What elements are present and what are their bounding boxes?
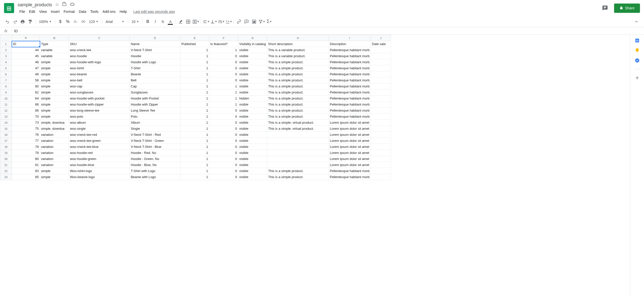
cell-C21[interactable]: woo-hoodie-blue (69, 162, 130, 168)
cell-A20[interactable]: 80 (12, 156, 40, 162)
cell-C20[interactable]: woo-hoodie-green (69, 156, 130, 162)
menu-file[interactable]: File (18, 9, 27, 15)
cell-B15[interactable]: simple, downloa (40, 126, 69, 132)
cell-J21[interactable] (371, 162, 391, 168)
cell-G5[interactable]: visible (238, 65, 267, 71)
column-header-E[interactable]: E (180, 35, 209, 41)
cell-B5[interactable]: simple (40, 65, 69, 71)
menu-data[interactable]: Data (77, 9, 88, 15)
row-header-11[interactable]: 11 (0, 102, 12, 108)
column-header-D[interactable]: D (130, 35, 180, 41)
cell-G12[interactable]: visible (238, 108, 267, 114)
cell-G21[interactable]: visible (238, 162, 267, 168)
cell-J12[interactable] (371, 108, 391, 114)
cell-B16[interactable]: variation (40, 132, 69, 138)
cell-A1[interactable]: ID (12, 41, 40, 47)
increase-decimal-button[interactable]: .00 (79, 18, 87, 25)
cell-I23[interactable]: Pellentesque habitant morb (329, 174, 371, 180)
cell-B19[interactable]: variation (40, 150, 69, 156)
row-header-12[interactable]: 12 (0, 108, 12, 114)
cell-D7[interactable]: Belt (130, 77, 180, 83)
cell-C12[interactable]: woo-long-sleeve-tee (69, 108, 130, 114)
cell-D5[interactable]: T-Shirt (130, 65, 180, 71)
cell-E23[interactable]: 1 (180, 174, 209, 180)
star-icon[interactable]: ☆ (55, 2, 59, 8)
cell-E12[interactable]: 1 (180, 108, 209, 114)
cell-H21[interactable] (267, 162, 329, 168)
cell-E20[interactable]: 1 (180, 156, 209, 162)
cell-F14[interactable]: 0 (209, 120, 238, 126)
cell-A7[interactable]: 58 (12, 77, 40, 83)
cell-H1[interactable]: Short description (267, 41, 329, 47)
cell-A6[interactable]: 48 (12, 71, 40, 77)
menu-format[interactable]: Format (62, 9, 76, 15)
cell-I21[interactable]: Lorem ipsum dolor sit amet (329, 162, 371, 168)
horizontal-align-button[interactable]: ▼ (203, 18, 210, 25)
cell-A13[interactable]: 70 (12, 114, 40, 120)
document-title[interactable]: sample_products (18, 2, 52, 8)
menu-insert[interactable]: Insert (49, 9, 61, 15)
cell-F6[interactable]: 0 (209, 71, 238, 77)
cell-E4[interactable]: 1 (180, 59, 209, 65)
keep-icon[interactable] (635, 48, 640, 53)
cell-I16[interactable]: Lorem ipsum dolor sit amet (329, 132, 371, 138)
redo-button[interactable] (12, 18, 19, 25)
row-header-19[interactable]: 19 (0, 150, 12, 156)
cell-H10[interactable]: This is a simple product. (267, 95, 329, 102)
cell-D17[interactable]: V-Neck T-Shirt - Green (130, 138, 180, 144)
cell-I19[interactable]: Lorem ipsum dolor sit amet (329, 150, 371, 156)
cell-D18[interactable]: V-Neck T-Shirt - Blue (130, 144, 180, 150)
cell-H18[interactable] (267, 144, 329, 150)
cell-I18[interactable]: Lorem ipsum dolor sit amet (329, 144, 371, 150)
cell-D19[interactable]: Hoodie - Red, No (130, 150, 180, 156)
cell-E5[interactable]: 1 (180, 65, 209, 71)
cell-A19[interactable]: 79 (12, 150, 40, 156)
functions-button[interactable]: Σ▼ (266, 18, 273, 25)
column-header-F[interactable]: F (209, 35, 238, 41)
cell-G17[interactable]: visible (238, 138, 267, 144)
cell-C10[interactable]: woo-hoodie-with-pocket (69, 95, 130, 102)
cell-D23[interactable]: Beanie with Logo (130, 174, 180, 180)
cell-F18[interactable]: 0 (209, 144, 238, 150)
cell-E10[interactable]: 1 (180, 95, 209, 102)
cell-G8[interactable]: visible (238, 83, 267, 89)
cell-D6[interactable]: Beanie (130, 71, 180, 77)
menu-view[interactable]: View (37, 9, 49, 15)
cell-H12[interactable]: This is a simple product. (267, 108, 329, 114)
row-header-2[interactable]: 2 (0, 47, 12, 53)
cell-J4[interactable] (371, 59, 391, 65)
cell-J22[interactable] (371, 168, 391, 174)
cell-E21[interactable]: 1 (180, 162, 209, 168)
cell-D15[interactable]: Single (130, 126, 180, 132)
cell-A4[interactable]: 46 (12, 59, 40, 65)
row-header-15[interactable]: 15 (0, 126, 12, 132)
cell-I9[interactable]: Pellentesque habitant morb (329, 89, 371, 95)
cell-C1[interactable]: SKU (69, 41, 130, 47)
cell-H22[interactable]: This is a simple product. (267, 168, 329, 174)
cell-A15[interactable]: 75 (12, 126, 40, 132)
cell-H15[interactable]: This is a simple, virtual product. (267, 126, 329, 132)
row-header-20[interactable]: 20 (0, 156, 12, 162)
cell-H11[interactable]: This is a simple product. (267, 102, 329, 108)
cell-F23[interactable]: 0 (209, 174, 238, 180)
cell-A9[interactable]: 62 (12, 89, 40, 95)
row-header-8[interactable]: 8 (0, 83, 12, 89)
cell-C4[interactable]: woo-hoodie-with-logo (69, 59, 130, 65)
cell-C16[interactable]: woo-vneck-tee-red (69, 132, 130, 138)
row-header-3[interactable]: 3 (0, 53, 12, 59)
cell-C13[interactable]: woo-polo (69, 114, 130, 120)
cell-D3[interactable]: Hoodie (130, 53, 180, 59)
cell-G7[interactable]: visible (238, 77, 267, 83)
cell-J14[interactable] (371, 120, 391, 126)
cell-B4[interactable]: simple (40, 59, 69, 65)
cell-H7[interactable]: This is a simple product. (267, 77, 329, 83)
cell-G15[interactable]: visible (238, 126, 267, 132)
row-header-23[interactable]: 23 (0, 174, 12, 180)
cell-H3[interactable]: This is a variable product. (267, 53, 329, 59)
row-header-9[interactable]: 9 (0, 89, 12, 95)
merge-cells-button[interactable]: ▼ (192, 18, 199, 25)
cell-D9[interactable]: Sunglasses (130, 89, 180, 95)
comments-icon[interactable] (600, 3, 610, 13)
collapse-toolbar-button[interactable] (633, 18, 640, 25)
decrease-decimal-button[interactable]: .0↓ (72, 18, 79, 25)
